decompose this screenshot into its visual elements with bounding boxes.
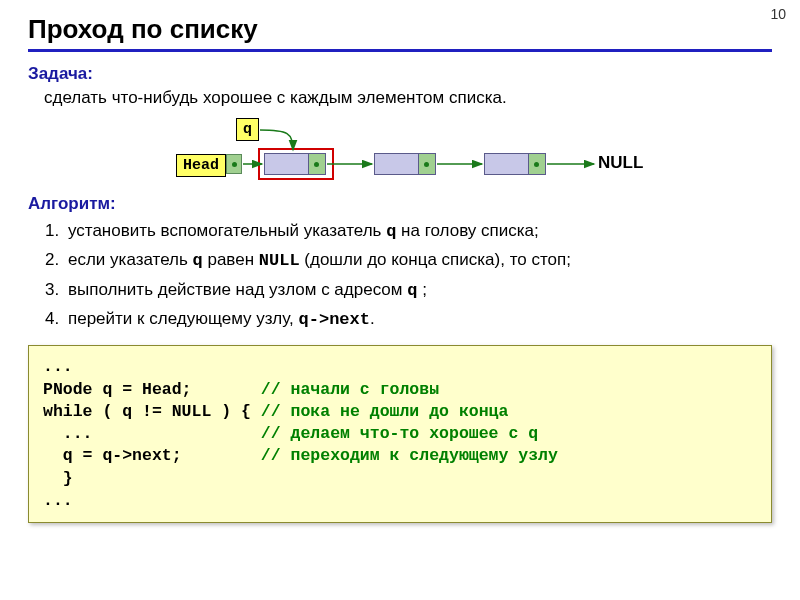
code-comment: // делаем что-то хорошее с q [261, 424, 538, 443]
head-pointer-box [226, 154, 242, 174]
linked-list-diagram: q Head NULL [128, 118, 772, 188]
algorithm-steps: установить вспомогательный указатель q н… [64, 218, 772, 333]
alg-text: (дошли до конца списка), то стоп; [300, 250, 571, 269]
alg-mono: q->next [299, 310, 370, 329]
alg-step-3: выполнить действие над узлом с адресом q… [64, 277, 772, 304]
null-label: NULL [598, 153, 643, 173]
alg-step-4: перейти к следующему узлу, q->next. [64, 306, 772, 333]
alg-step-2: если указатель q равен NULL (дошли до ко… [64, 247, 772, 274]
alg-text: . [370, 309, 375, 328]
code-text: } [43, 469, 73, 488]
algorithm-label: Алгоритм: [28, 194, 772, 214]
list-node-1 [264, 153, 326, 175]
page-title: Проход по списку [28, 14, 772, 45]
code-text: ... [43, 357, 73, 376]
head-pointer-label: Head [176, 154, 226, 177]
alg-mono: q [386, 222, 396, 241]
page-number: 10 [770, 6, 786, 22]
alg-step-1: установить вспомогательный указатель q н… [64, 218, 772, 245]
code-text: PNode q = Head; [43, 380, 261, 399]
alg-text: выполнить действие над узлом с адресом [68, 280, 407, 299]
list-node-3 [484, 153, 546, 175]
code-block: ... PNode q = Head; // начали с головы w… [28, 345, 772, 523]
alg-text: установить вспомогательный указатель [68, 221, 386, 240]
alg-text: ; [417, 280, 426, 299]
code-text: while ( q != NULL ) { [43, 402, 261, 421]
task-label: Задача: [28, 64, 772, 84]
alg-text: перейти к следующему узлу, [68, 309, 299, 328]
code-comment: // переходим к следующему узлу [261, 446, 558, 465]
alg-text: равен [203, 250, 259, 269]
code-text: ... [43, 491, 73, 510]
list-node-2 [374, 153, 436, 175]
task-text: сделать что-нибудь хорошее с каждым элем… [44, 88, 772, 108]
alg-mono: q [407, 281, 417, 300]
code-comment: // начали с головы [261, 380, 439, 399]
title-rule [28, 49, 772, 52]
alg-mono: q [193, 251, 203, 270]
code-pre: ... PNode q = Head; // начали с головы w… [29, 346, 771, 522]
code-text: q = q->next; [43, 446, 261, 465]
q-pointer-label: q [236, 118, 259, 141]
alg-text: на голову списка; [396, 221, 538, 240]
alg-text: если указатель [68, 250, 193, 269]
alg-mono: NULL [259, 251, 300, 270]
code-comment: // пока не дошли до конца [261, 402, 509, 421]
code-text: ... [43, 424, 261, 443]
